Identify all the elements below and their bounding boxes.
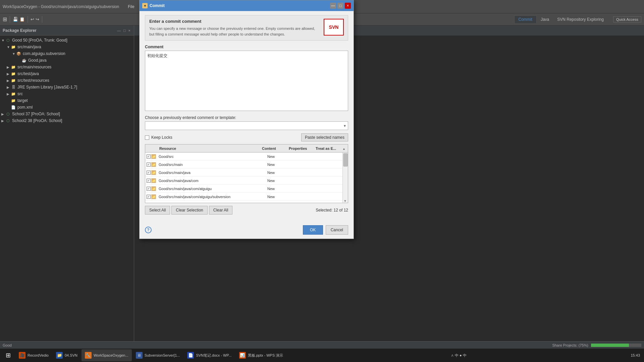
dialog-body: Enter a commit comment You can specify a… [140,11,354,223]
dialog-header-section: Enter a commit comment You can specify a… [145,15,348,41]
taskbar-clock: 15:43 [631,353,643,357]
panel-header: Package Explorer — □ × [0,25,134,36]
row-name-6: Good/src/main/java/com/atguigu/subversio… [159,195,267,199]
ok-button[interactable]: OK [303,225,323,235]
toolbar-icon-2[interactable]: 💾 [13,17,18,22]
dialog-header-desc: You can specify a new message or choose … [149,26,320,37]
row-content-4: New [267,179,294,183]
tree-label-src-main: src/main/java [17,45,41,49]
taskbar-app-subversion[interactable]: 🖥 SubversionServer[1... [132,349,183,361]
cancel-button[interactable]: Cancel [326,225,348,235]
tree-item-jre[interactable]: ▶ 🗄 JRE System Library [JavaSE-1.7] [0,84,134,90]
tree-arrow-pkg: ▼ [12,52,16,56]
tree-item-pom[interactable]: 📄 pom.xml [0,104,134,111]
table-row[interactable]: ✓ 📁 Good/src New [145,153,348,161]
dialog-maximize-btn[interactable]: □ [337,3,343,9]
row-check-3[interactable]: ✓ 📁 [145,170,159,175]
taskbar-app-svn[interactable]: 📁 04.SVN [53,349,81,361]
tree-item-good50[interactable]: ▼ ⬡ Good 50 [ProOA, Trunk: Good] [0,37,134,44]
toolbar-sep-3 [42,16,42,23]
dialog-close-btn[interactable]: × [345,3,351,9]
quick-access-input[interactable]: Quick Access [613,16,641,22]
tree-arrow-src-main-res: ▶ [7,65,11,69]
table-row[interactable]: ✓ 📁 Good/src/main/java New [145,169,348,177]
tree-icon-good-java: ☕ [21,58,27,63]
folder-icon-3: 📁 [151,170,156,175]
checkbox-6[interactable]: ✓ [147,195,151,199]
row-check-5[interactable]: ✓ 📁 [145,186,159,191]
taskbar: ⊞ 🎥 RecordVedio 📁 04.SVN 🔧 WorkSpaceOxyg… [0,349,644,362]
clear-selection-button[interactable]: Clear Selection [171,206,207,215]
commit-dialog: ✦ Commit — □ × Enter a commit comment Yo… [139,0,354,239]
template-dropdown[interactable]: ▼ [145,121,348,130]
tree-item-src-main-java[interactable]: ▼ 📁 src/main/java [0,44,134,50]
panel-icon-minimize[interactable]: — [116,28,121,33]
paste-selected-names-button[interactable]: Paste selected names [301,133,348,141]
taskbar-app-ppt[interactable]: 📊 黑板.pptx - WPS 演示 [236,349,287,361]
row-check-6[interactable]: ✓ 📁 [145,194,159,199]
checkbox-2[interactable]: ✓ [147,163,151,167]
checkbox-5[interactable]: ✓ [147,187,151,191]
taskbar-app-svnnotes[interactable]: 📄 SVN笔记.docx - WP... [184,349,235,361]
taskbar-label-subversion: SubversionServer[1... [145,353,180,357]
checkbox-1[interactable]: ✓ [147,155,151,159]
table-row[interactable]: ✓ 📁 Good/src/main New [145,161,348,169]
tree-item-school37[interactable]: ▶ ⬡ School 37 [ProOA: School] [0,111,134,117]
tree-area: ▼ ⬡ Good 50 [ProOA, Trunk: Good] ▼ 📁 src… [0,36,134,125]
checkbox-4[interactable]: ✓ [147,179,151,183]
tree-item-src-test-java[interactable]: ▶ 📁 src/test/java [0,70,134,77]
row-check-1[interactable]: ✓ 📁 [145,154,159,159]
tree-label-school38: School2 38 [ProOA: School] [12,118,62,123]
panel-icon-close[interactable]: × [128,28,131,33]
taskbar-label-svn: 04.SVN [65,353,77,357]
checkbox-3[interactable]: ✓ [147,171,151,175]
tree-item-package[interactable]: ▼ 📦 com.atguigu.subversion [0,50,134,57]
tree-label-jre: JRE System Library [JavaSE-1.7] [17,85,77,89]
tab-commit[interactable]: Commit [514,15,537,23]
table-scrollbar[interactable]: ▼ [342,153,348,203]
tree-icon-src-test: 📁 [11,71,16,76]
comment-textarea[interactable]: 初始化提交 [145,51,348,111]
action-buttons-row: Select All Clear Selection Clear All Sel… [145,206,348,215]
toolbar-icon-1[interactable]: ⊞ [3,16,7,22]
tree-item-src[interactable]: ▶ 📁 src [0,90,134,97]
tree-item-good-java[interactable]: ☕ Good.java [0,57,134,64]
taskbar-icon-svn: 📁 [56,352,63,359]
panel-icon-maximize[interactable]: □ [123,28,126,33]
tree-item-src-main-res[interactable]: ▶ 📁 src/main/resources [0,64,134,70]
tree-item-src-test-res[interactable]: ▶ 📁 src/test/resources [0,77,134,84]
table-row[interactable]: ✓ 📁 Good/src/main/java/com/atguigu New [145,185,348,193]
table-row[interactable]: ✓ 📁 Good/src/main/java/com/atguigu/subve… [145,193,348,201]
tab-java[interactable]: Java [537,16,553,23]
tree-icon-pkg: 📦 [16,51,21,56]
menu-file[interactable]: File [126,3,136,10]
help-icon[interactable]: ? [145,227,152,233]
taskbar-start-button[interactable]: ⊞ [1,349,15,361]
select-all-button[interactable]: Select All [145,206,170,215]
windows-icon: ⊞ [6,352,11,359]
taskbar-sys-icons: ∧ 中 ● 中 [448,353,469,358]
scrollbar-thumb[interactable] [343,153,348,167]
tab-svn-repo[interactable]: SVN Repository Exploring [553,16,608,23]
toolbar-icon-4[interactable]: ↩ [31,17,34,22]
ide-status-bar: Good Share Projects: (75%) [0,341,644,349]
toolbar-icon-5[interactable]: ↪ [36,17,39,22]
scroll-down-icon[interactable]: ▼ [343,199,347,203]
dialog-title-text: Commit [150,3,328,8]
taskbar-app-recordvedio[interactable]: 🎥 RecordVedio [15,349,52,361]
template-label: Choose a previously entered comment or t… [145,115,348,120]
keep-locks-checkbox[interactable] [145,135,149,140]
tree-item-school38[interactable]: ▶ ⬡ School2 38 [ProOA: School] [0,117,134,124]
dialog-minimize-btn[interactable]: — [330,3,336,9]
taskbar-icon-subversion: 🖥 [136,352,143,359]
dialog-header-content: Enter a commit comment You can specify a… [149,19,320,37]
toolbar-icon-3[interactable]: 📋 [19,17,25,22]
row-name-4: Good/src/main/java/com [159,179,267,183]
clear-all-button[interactable]: Clear All [209,206,233,215]
taskbar-app-workspace[interactable]: 🔧 WorkSpaceOxygen... [82,349,132,361]
table-row[interactable]: ✓ 📁 Good/src/main/java/com New [145,177,348,185]
dialog-footer: ? OK Cancel [140,223,354,239]
row-check-2[interactable]: ✓ 📁 [145,162,159,167]
tree-item-target[interactable]: 📁 target [0,97,134,104]
row-check-4[interactable]: ✓ 📁 [145,178,159,183]
